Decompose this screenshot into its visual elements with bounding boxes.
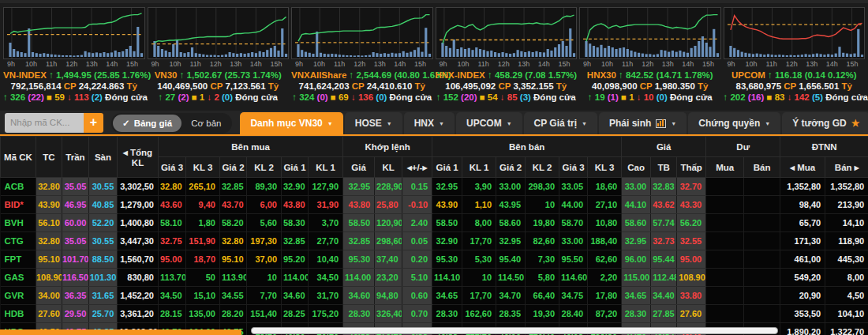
unchanged-count: ■ 1 <box>621 92 637 102</box>
time-tick: 9h <box>728 60 735 68</box>
cap-value: 1,656.501 <box>799 81 841 91</box>
stock-row-GVR[interactable]: GVR34.0036.3531.651,452,2034.5015,1034.5… <box>1 287 868 305</box>
search-input[interactable] <box>5 113 84 133</box>
shares-value: 140,469,500 <box>157 81 210 91</box>
session-status: Đóng cửa <box>235 92 278 102</box>
floor-count: (0) <box>376 92 389 102</box>
decliners: ↓ 85 <box>500 92 520 102</box>
cell-gia-cao: 28.30 <box>622 305 651 323</box>
tab--t-ng-gd[interactable]: Ý tưởng GD★ <box>782 112 868 134</box>
cell-sell-gia3: 34.75 <box>559 287 588 305</box>
time-tick: 11h <box>189 60 200 68</box>
add-symbol-button[interactable]: + <box>84 113 103 133</box>
col-header-total-kl[interactable]: ◂ Tổng KL <box>118 137 159 178</box>
cell-dtnn-mua: 1,352,80 <box>780 178 825 196</box>
toggle-co-ban[interactable]: Cơ bản <box>181 115 230 132</box>
tab-hnx[interactable]: HNX▼ <box>404 112 455 134</box>
cell-sell-kl3: 2,20 <box>588 269 622 287</box>
tab-ch-ng-quy-n[interactable]: Chứng quyền▼ <box>688 112 780 134</box>
index-summary: VN30 ↑ 1,502.67 (25.73 1.74%) <box>148 70 290 81</box>
sub-header: Giá 2 <box>220 157 247 178</box>
cell-sell-gia2: 34.70 <box>496 287 526 305</box>
sub-header: Thấp <box>677 157 706 178</box>
col-header-tc: TC <box>36 137 62 178</box>
cp-label: CP <box>640 81 655 91</box>
toggle-bang-gia[interactable]: ✓ Bảng giá <box>113 115 181 132</box>
sub-header[interactable]: Bán ▸ <box>825 157 868 178</box>
cell-buy-gia3: 95.00 <box>159 250 186 269</box>
stock-row-ACB[interactable]: ACB32.8035.0530.553,302,5032.80265,1032.… <box>1 178 868 196</box>
cell-dtnn-ban: 4,50 <box>825 287 868 305</box>
cell-sell-kl2: 10 <box>526 196 559 214</box>
cell-sell-kl2: 19,80 <box>526 214 559 232</box>
horizontal-scrollbar-thumb[interactable] <box>251 327 778 334</box>
cell-san: 30.55 <box>89 178 118 196</box>
sub-header[interactable]: ◂ Mua <box>780 157 825 178</box>
cell-du-mua <box>706 178 744 196</box>
sub-header: Cao <box>622 157 651 178</box>
cell-tran: 35.05 <box>62 232 89 250</box>
cell-buy-kl1: 175,20 <box>309 305 343 323</box>
tab-ph-i-sinh[interactable]: Phái sinh▼ <box>599 112 687 134</box>
cell-sell-kl3: 10,80 <box>588 214 622 232</box>
tab-danh-m-c-vn30[interactable]: Danh mục VN30▼ <box>240 112 342 134</box>
cell-sell-gia2: 43.95 <box>496 196 526 214</box>
ty-label: Tỷ <box>126 81 137 91</box>
index-name: UPCOM <box>731 70 768 80</box>
time-tick: 10h <box>746 60 758 68</box>
cell-sell-kl1: 1,10 <box>462 196 496 214</box>
tab-label: Ý tưởng GD <box>792 118 847 129</box>
toggle-label: Bảng giá <box>134 119 173 128</box>
cell-sell-kl2: 19,30 <box>526 305 559 323</box>
sub-header: Giá 1 <box>432 157 462 178</box>
index-value: ↑ 458.29 (7.08 1.57%) <box>488 70 577 80</box>
cell-du-mua <box>706 232 744 250</box>
cell-buy-gia1: 58.30 <box>282 214 309 232</box>
cell-buy-gia2: 32.85 <box>220 178 247 196</box>
stock-row-GAS[interactable]: GAS108.90116.50101.30830,80113.7050113.9… <box>1 269 868 287</box>
time-tick: 9h <box>295 60 303 68</box>
cell-sell-gia3: 114.60 <box>559 269 588 287</box>
time-tick: 10h <box>170 60 181 68</box>
stock-row-CTG[interactable]: CTG32.8035.0530.553,447,3032.75151,9032.… <box>1 232 868 250</box>
cell-du-mua <box>706 196 744 214</box>
session-status: Đóng cửa <box>105 92 148 102</box>
cell-dtnn-mua: 353,50 <box>780 305 825 323</box>
tab-cp-gi-tr-[interactable]: CP Giá trị▼ <box>524 112 597 134</box>
cell-total-kl: 3,447,30 <box>118 232 159 250</box>
cell-du-mua <box>706 214 744 232</box>
time-axis: 9h10h11h12h13h14h15h <box>148 59 290 69</box>
cell-sell-kl3: 17,80 <box>588 287 622 305</box>
cell-buy-kl1: 10,40 <box>309 250 343 269</box>
cap-value: 1,980.350 <box>655 81 698 91</box>
sub-header[interactable]: ◂+/-▸ <box>402 157 432 178</box>
cell-match-gia: 32.95 <box>343 178 375 196</box>
cell-sell-kl1: 17,70 <box>462 287 496 305</box>
cell-san: 101.30 <box>89 269 118 287</box>
cell-symbol: GAS <box>1 269 36 287</box>
stock-row-HDB[interactable]: HDB27.6029.5025.703,361,2028.15135,0028.… <box>1 305 868 323</box>
cell-match-kl: 326,40 <box>375 305 402 323</box>
price-table: Mã CKTCTrầnSàn◂ Tổng KLBên muaKhớp lệnhB… <box>0 136 868 335</box>
cell-san: 30.55 <box>89 232 118 250</box>
stock-row-BID[interactable]: BID*43.9046.9540.851,279,0043.609,4043.7… <box>1 196 868 214</box>
cell-tc: 32.80 <box>36 232 62 250</box>
time-tick: 10h <box>601 60 613 68</box>
session-status: Đóng cửa <box>390 92 432 102</box>
cell-gia-cao: 44.10 <box>622 196 651 214</box>
time-tick: 14h <box>826 60 838 68</box>
time-axis: 9h10h11h12h13h14h15h <box>3 59 145 69</box>
cell-tc: 108.90 <box>36 269 62 287</box>
cell-sell-gia3: 28.40 <box>559 305 588 323</box>
index-summary: VNXAllShare ↑ 2,544.69 (40.80 1.63%) <box>291 70 433 81</box>
tab-hose[interactable]: HOSE▼ <box>345 112 402 134</box>
tab-upcom[interactable]: UPCOM▼ <box>456 112 522 134</box>
stock-row-BVH[interactable]: BVH56.1060.0052.201,400,8058.101,8058.20… <box>1 214 868 232</box>
cell-tc: 95.10 <box>36 250 62 269</box>
cell-sell-kl1: 8,00 <box>462 214 496 232</box>
cell-sell-gia1: 34.65 <box>432 287 462 305</box>
advancers: ↑ 326 <box>3 92 28 102</box>
ty-label: Tỷ <box>268 81 279 91</box>
cell-buy-kl3: 18,70 <box>186 250 220 269</box>
stock-row-FPT[interactable]: FPT95.10101.7088.501,560,7095.0018,7095.… <box>1 250 868 269</box>
